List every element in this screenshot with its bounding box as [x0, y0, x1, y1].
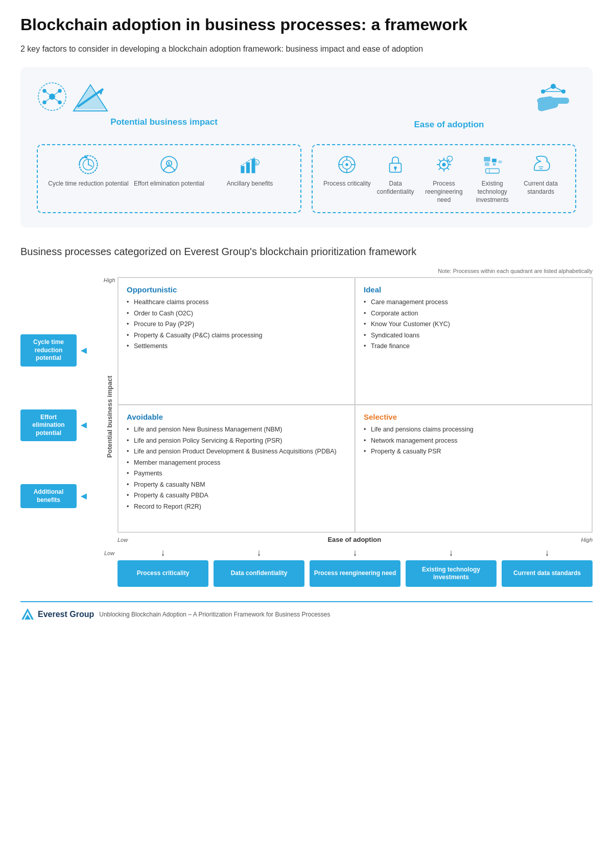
section2: Business processes categorized on Everes…: [20, 246, 593, 587]
svg-rect-54: [486, 169, 499, 173]
data-standards-icon: [530, 153, 552, 176]
svg-point-43: [394, 167, 397, 169]
page-title: Blockchain adoption in business processe…: [20, 15, 593, 34]
list-item: Property & casualty PBDA: [127, 491, 346, 500]
left-label-effort-box: Effort elimination potential: [20, 409, 77, 442]
factor-process-criticality: Process criticality: [323, 153, 371, 188]
list-item: Healthcare claims process: [127, 298, 346, 307]
quadrant-selective-list: Life and pensions claims processing Netw…: [364, 425, 583, 456]
svg-point-46: [442, 163, 445, 167]
list-item: Record to Report (R2R): [127, 502, 346, 512]
bottom-col-5: ↓ Current data standards: [502, 547, 593, 587]
factor-existing-tech-label: Existing technology investments: [468, 180, 516, 204]
chart-with-yaxis: High Potential business impact Low Oppor…: [101, 277, 593, 587]
list-item: Network management process: [364, 437, 583, 446]
down-arrow-5: ↓: [545, 547, 550, 558]
blockchain-icon: [37, 81, 67, 112]
svg-rect-53: [498, 161, 502, 163]
bottom-col-4: ↓ Existing technology investments: [406, 547, 497, 587]
svg-line-23: [88, 165, 92, 167]
factor-process-criticality-label: Process criticality: [323, 180, 371, 188]
existing-tech-icon: [481, 153, 504, 176]
bottom-col-2: ↓ Data confidentiality: [214, 547, 304, 587]
down-arrow-3: ↓: [353, 547, 358, 558]
list-item: Life and pension New Business Management…: [127, 425, 346, 435]
list-item: Life and pensions claims processing: [364, 425, 583, 435]
y-axis: High Potential business impact Low: [101, 277, 117, 587]
factor-data-standards: Current data standards: [516, 153, 565, 196]
list-item: Settlements: [127, 342, 346, 351]
svg-text:$: $: [168, 161, 170, 166]
svg-rect-51: [492, 159, 497, 163]
factor-data-standards-label: Current data standards: [516, 180, 565, 196]
factor-data-conf-label: Data confidentiality: [371, 180, 420, 196]
bottom-box-data-standards: Current data standards: [502, 560, 593, 587]
pillar2-label: Ease of adoption: [322, 120, 576, 130]
quadrant-opportunistic-list: Healthcare claims process Order to Cash …: [127, 298, 346, 351]
list-item: Care management process: [364, 298, 583, 307]
factor-cycle-time-label: Cycle time reduction potential: [48, 180, 128, 188]
hand-network-icon: [530, 81, 576, 115]
left-label-effort: Effort elimination potential ◄: [20, 409, 97, 442]
framework-card: Potential business impact Ease of adopt: [20, 67, 593, 227]
factor-existing-tech: Existing technology investments: [468, 153, 516, 204]
pillar1: Potential business impact: [37, 81, 291, 127]
factor-ancillary: + $ Ancillary benefits: [209, 153, 290, 188]
down-arrow-1: ↓: [161, 547, 166, 558]
quadrant-selective-title: Selective: [364, 413, 583, 421]
svg-line-8: [44, 97, 52, 102]
bottom-arrows-row: ↓ Process criticality ↓ Data confidentia…: [117, 547, 593, 587]
bottom-box-data-confidentiality: Data confidentiality: [214, 560, 304, 587]
quadrant-ideal-title: Ideal: [364, 285, 583, 294]
bottom-box-existing-tech: Existing technology investments: [406, 560, 497, 587]
list-item: Procure to Pay (P2P): [127, 320, 346, 329]
cycle-time-icon: [77, 153, 100, 176]
svg-text:$: $: [255, 161, 258, 166]
svg-line-31: [241, 159, 251, 166]
down-arrow-4: ↓: [449, 547, 454, 558]
quadrant-ideal: Ideal Care management process Corporate …: [355, 278, 592, 405]
left-label-additional: Additional benefits ◄: [20, 484, 97, 508]
process-reengineering-icon: [433, 153, 455, 176]
bottom-col-1: ↓ Process criticality: [117, 547, 208, 587]
list-item: Life and pension Policy Servicing & Repo…: [127, 437, 346, 446]
y-axis-label: Potential business impact: [106, 376, 113, 458]
svg-line-7: [52, 91, 60, 97]
x-high-label: High: [581, 537, 593, 543]
chart-area: Cycle time reduction potential ◄ Effort …: [20, 268, 593, 587]
list-item: Property & Casualty (P&C) claims process…: [127, 331, 346, 340]
upward-arrow-icon: [73, 84, 108, 112]
svg-point-37: [346, 164, 348, 166]
x-axis-label: Ease of adoption: [131, 536, 578, 543]
svg-line-9: [52, 97, 60, 102]
factor-data-confidentiality: Data confidentiality: [371, 153, 420, 196]
svg-rect-28: [241, 166, 244, 173]
pillar2: Ease of adoption: [322, 81, 576, 130]
ease-factors-box: Process criticality Data confidentiality: [312, 144, 576, 213]
quadrant-avoidable: Avoidable Life and pension New Business …: [118, 405, 355, 532]
y-high-label: High: [104, 277, 115, 283]
footer-logo-text: Everest Group: [38, 610, 94, 619]
bottom-box-process-reengineering: Process reengineering need: [310, 560, 400, 587]
quadrant-ideal-list: Care management process Corporate action…: [364, 298, 583, 351]
footer: Everest Group Unblocking Blockchain Adop…: [20, 601, 593, 622]
left-label-cycle-time: Cycle time reduction potential ◄: [20, 334, 97, 367]
quadrant-selective: Selective Life and pensions claims proce…: [355, 405, 592, 532]
svg-rect-29: [246, 163, 250, 173]
y-low-label: Low: [104, 550, 114, 556]
svg-rect-49: [484, 157, 490, 162]
svg-rect-52: [493, 164, 496, 166]
section2-title: Business processes categorized on Everes…: [20, 246, 593, 258]
factor-effort-label: Effort elimination potential: [134, 180, 204, 188]
svg-line-17: [543, 86, 553, 92]
factor-effort: $ Effort elimination potential: [129, 153, 209, 188]
quadrant-opportunistic-title: Opportunistic: [127, 285, 346, 294]
quadrant-opportunistic: Opportunistic Healthcare claims process …: [118, 278, 355, 405]
list-item: Corporate action: [364, 309, 583, 318]
pillar1-label: Potential business impact: [37, 117, 291, 127]
quadrants-grid: Opportunistic Healthcare claims process …: [117, 277, 593, 533]
list-item: Member management process: [127, 459, 346, 468]
factor-process-reengineering-label: Process reengineering need: [420, 180, 468, 204]
down-arrow-2: ↓: [257, 547, 262, 558]
chart-wrapper: Note: Processes within each quadrant are…: [101, 268, 593, 587]
